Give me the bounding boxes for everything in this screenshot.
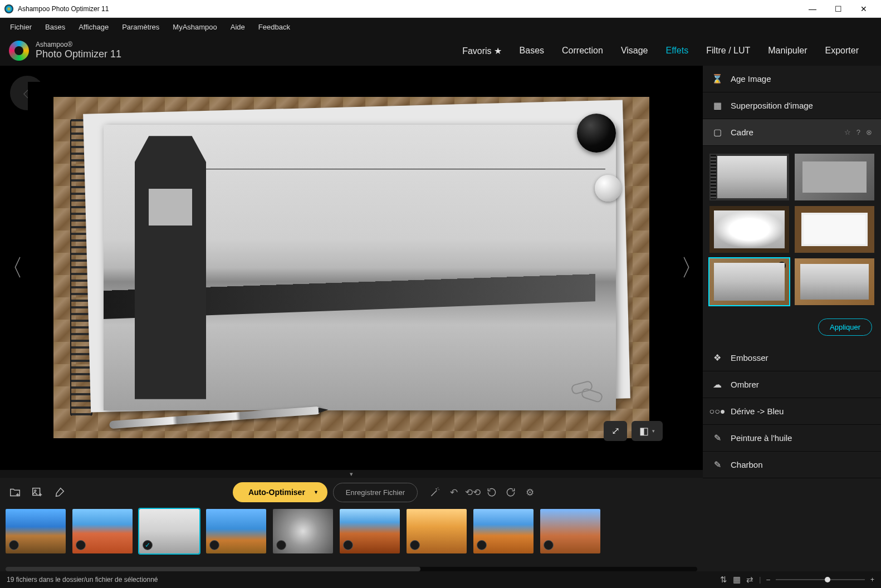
effect-cadre[interactable]: ▢ Cadre ☆ ? ⊗	[703, 119, 881, 146]
effect-label: Peinture à l'huile	[731, 433, 792, 443]
lens-cap-decor	[577, 114, 616, 153]
thumbnail[interactable]	[72, 509, 133, 553]
effect-age-image[interactable]: ⌛ Age Image	[703, 66, 881, 92]
fullscreen-button[interactable]: ⤢	[604, 421, 627, 441]
thumb-select-dot[interactable]	[143, 540, 153, 550]
effect-overlay[interactable]: ▦ Superposition d'image	[703, 92, 881, 119]
viewer-bottom: ▾ Auto-Optimiser Enregistrer Fichier ↶ ⟲…	[0, 469, 703, 571]
nav-visage[interactable]: Visage	[621, 46, 648, 56]
menu-affichage[interactable]: Affichage	[73, 21, 114, 33]
menu-parametres[interactable]: Paramètres	[116, 21, 165, 33]
menu-aide[interactable]: Aide	[225, 21, 251, 33]
next-image-arrow[interactable]: 〉	[681, 252, 703, 283]
thumb-select-dot[interactable]	[209, 540, 219, 550]
thumbnail[interactable]	[540, 509, 600, 553]
thumb-select-dot[interactable]	[410, 540, 420, 550]
thumbnail-view-button[interactable]: ▦	[733, 575, 741, 585]
menu-feedback[interactable]: Feedback	[253, 21, 296, 33]
magic-wand-button[interactable]	[428, 485, 442, 499]
nav-exporter[interactable]: Exporter	[825, 46, 859, 56]
edit-icon-row: ↶ ⟲⟲ ⚙	[428, 485, 537, 499]
thumbnail[interactable]	[473, 509, 534, 553]
nav-manipuler[interactable]: Manipuler	[768, 46, 807, 56]
frame-option[interactable]	[709, 154, 789, 200]
undo-all-button[interactable]: ⟲⟲	[466, 485, 480, 499]
menu-fichier[interactable]: Fichier	[4, 21, 37, 33]
scrollbar-thumb[interactable]	[6, 567, 420, 571]
frame-option[interactable]	[709, 258, 789, 305]
save-file-button[interactable]: Enregistrer Fichier	[333, 483, 418, 502]
nav-correction[interactable]: Correction	[562, 46, 603, 56]
thumb-select-dot[interactable]	[9, 540, 19, 550]
brush-icon: ✎	[712, 433, 723, 444]
undo-button[interactable]: ↶	[447, 485, 461, 499]
menu-bases[interactable]: Bases	[40, 21, 71, 33]
frame-option[interactable]	[795, 154, 874, 200]
filmstrip-scrollbar[interactable]	[6, 567, 697, 571]
reset-effect-button[interactable]: ⊗	[866, 128, 872, 136]
star-icon: ★	[494, 46, 502, 56]
nav-filtre-lut[interactable]: Filtre / LUT	[706, 46, 750, 56]
collapse-filmstrip-button[interactable]: ▾	[0, 470, 703, 478]
auto-optimize-button[interactable]: Auto-Optimiser	[233, 482, 327, 502]
frame-option[interactable]	[795, 206, 874, 253]
effect-label: Charbon	[731, 460, 763, 469]
thumb-select-dot[interactable]	[477, 540, 487, 550]
thumbnail[interactable]	[407, 509, 467, 553]
nav-bases[interactable]: Bases	[520, 46, 544, 56]
window-title: Ashampoo Photo Optimizer 11	[18, 5, 109, 13]
menu-myashampoo[interactable]: MyAshampoo	[167, 21, 222, 33]
thumbnail[interactable]	[139, 509, 199, 553]
effect-peinture-huile[interactable]: ✎ Peinture à l'huile	[703, 425, 881, 452]
viewer-canvas-area: – + 〈	[0, 66, 703, 469]
frame-option[interactable]	[709, 206, 789, 253]
favorite-star-button[interactable]: ☆	[844, 128, 851, 136]
photo-content	[104, 125, 615, 411]
image-canvas[interactable]: ⤢ ◧	[28, 82, 675, 453]
window-minimize-button[interactable]: —	[800, 0, 825, 18]
status-zoom-thumb[interactable]	[825, 577, 830, 582]
bottom-toolbar: Auto-Optimiser Enregistrer Fichier ↶ ⟲⟲ …	[0, 478, 703, 507]
add-folder-button[interactable]	[7, 484, 23, 501]
thumb-select-dot[interactable]	[76, 540, 86, 550]
nav-favoris[interactable]: Favoris★	[462, 46, 501, 56]
status-bar: 19 fichiers dans le dossier/un fichier d…	[0, 571, 881, 588]
prev-image-arrow[interactable]: 〈	[0, 252, 22, 283]
settings-gear-button[interactable]: ⚙	[522, 485, 537, 499]
window-maximize-button[interactable]: ☐	[825, 0, 851, 18]
effect-ombrer[interactable]: ☁ Ombrer	[703, 371, 881, 398]
status-zoom-slider[interactable]	[776, 579, 865, 580]
thumb-select-dot[interactable]	[276, 540, 286, 550]
thumbnail[interactable]	[6, 509, 66, 553]
rotate-right-button[interactable]	[503, 485, 518, 499]
brush-button[interactable]	[51, 484, 68, 501]
thumbnail[interactable]	[340, 509, 400, 553]
apply-row: Appliquer	[703, 313, 881, 345]
thumb-select-dot[interactable]	[343, 540, 353, 550]
shuffle-button[interactable]: ⇄	[746, 575, 753, 585]
zoom-in-status-icon[interactable]: +	[870, 576, 874, 584]
cloud-icon: ☁	[712, 379, 723, 390]
help-button[interactable]: ?	[856, 128, 860, 136]
add-image-button[interactable]	[29, 484, 46, 501]
compare-view-button[interactable]: ◧	[632, 421, 663, 441]
effect-charbon[interactable]: ✎ Charbon	[703, 452, 881, 478]
zoom-out-status-icon[interactable]: –	[766, 576, 770, 584]
thumbnail[interactable]	[206, 509, 266, 553]
nav-effets[interactable]: Effets	[666, 46, 689, 56]
brand-line1: Ashampoo®	[36, 41, 121, 48]
primary-nav: Favoris★ Bases Correction Visage Effets …	[462, 46, 872, 56]
frame-option[interactable]	[795, 258, 874, 305]
thumb-select-dot[interactable]	[544, 540, 554, 550]
effect-derive-bleu[interactable]: ○○● Dérive -> Bleu	[703, 398, 881, 425]
window-title-bar: Ashampoo Photo Optimizer 11 — ☐ ✕	[0, 0, 881, 18]
sort-order-button[interactable]: ⇅	[720, 575, 727, 585]
nav-favoris-label: Favoris	[462, 46, 491, 56]
effect-label: Superposition d'image	[731, 101, 813, 110]
window-close-button[interactable]: ✕	[851, 0, 877, 18]
rotate-left-button[interactable]	[484, 485, 499, 499]
apply-button[interactable]: Appliquer	[818, 318, 872, 336]
effect-embosser[interactable]: ❖ Embosser	[703, 345, 881, 371]
effect-label: Ombrer	[731, 380, 759, 389]
thumbnail[interactable]	[273, 509, 333, 553]
